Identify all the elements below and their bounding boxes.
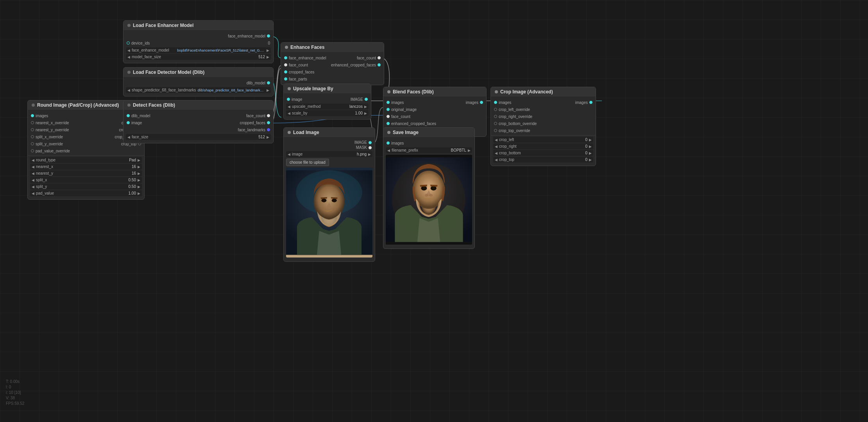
crop-right-arrow-left[interactable]: ◀	[495, 145, 498, 148]
input-dlib-model-port[interactable]	[127, 114, 130, 117]
input-blend-original-image-port[interactable]	[387, 108, 390, 111]
crop-left-arrow-left[interactable]: ◀	[495, 138, 498, 142]
filename-prefix-arrow-left[interactable]: ◀	[387, 148, 390, 152]
field-arrow-left[interactable]: ◀	[127, 48, 130, 52]
image-file-arrow-left[interactable]: ◀	[288, 152, 290, 156]
split-x-arrow-left[interactable]: ◀	[32, 178, 34, 182]
output-upscale-image-port[interactable]	[365, 98, 368, 101]
node-status-dot5	[285, 46, 288, 49]
scale-by-field[interactable]: ◀ scale_by 1.00 ▶	[286, 110, 369, 116]
crop-left-field-value: 0	[585, 138, 587, 142]
nearest-y-field[interactable]: ◀ nearest_y 16 ▶	[30, 170, 142, 176]
input-nearest-y-port[interactable]	[31, 128, 34, 131]
input-crop-right-override-port[interactable]	[494, 115, 497, 118]
output-image-MASK-port[interactable]	[369, 146, 372, 149]
choose-file-button[interactable]: choose file to upload	[286, 159, 329, 166]
input-image-label: image	[131, 121, 142, 125]
input-save-images-port[interactable]	[387, 141, 390, 145]
shape-predictor-arrow-right[interactable]: ▶	[267, 88, 269, 92]
split-y-arrow-left[interactable]: ◀	[32, 185, 34, 189]
load-image-outputs-row: IMAGE MASK	[284, 139, 375, 150]
output-blend-images-port[interactable]	[480, 101, 483, 104]
nearest-x-field[interactable]: ◀ nearest_x 16 ▶	[30, 164, 142, 170]
input-split-y-port[interactable]	[31, 142, 34, 145]
crop-bottom-arrow-left[interactable]: ◀	[495, 151, 498, 155]
crop-top-arrow-right[interactable]: ▶	[589, 158, 592, 162]
pad-value-arrow-left[interactable]: ◀	[32, 191, 34, 195]
round-type-field[interactable]: ◀ round_type Pad ▶	[30, 157, 142, 163]
model-face-size-arrow-left[interactable]: ◀	[127, 55, 130, 59]
split-y-field[interactable]: ◀ split_y 0.50 ▶	[30, 184, 142, 190]
round-type-arrow-left[interactable]: ◀	[32, 158, 34, 162]
input-face-count-port[interactable]	[284, 63, 287, 66]
crop-left-field[interactable]: ◀ crop_left 0 ▶	[493, 137, 593, 143]
upscale-method-arrow-right[interactable]: ▶	[364, 105, 367, 109]
input-upscale-image-port[interactable]	[287, 98, 290, 101]
shape-predictor-arrow-left[interactable]: ◀	[127, 88, 130, 92]
upscale-method-arrow-left[interactable]: ◀	[288, 105, 290, 109]
split-x-arrow-right[interactable]: ▶	[138, 178, 140, 182]
shape-predictor-field[interactable]: ◀ shape_predictor_68_face_landmarks dlib…	[126, 87, 271, 93]
input-crop-bottom-override-port[interactable]	[494, 122, 497, 125]
input-face-parts: face_parts	[284, 77, 307, 81]
pad-value-field[interactable]: ◀ pad_value 1.00 ▶	[30, 190, 142, 196]
input-crop-left-override-label: crop_left_override	[499, 107, 530, 112]
crop-right-field[interactable]: ◀ crop_right 0 ▶	[493, 143, 593, 149]
face-size-field[interactable]: ◀ face_size 512 ▶	[126, 134, 271, 140]
image-file-arrow-right[interactable]: ▶	[368, 152, 371, 156]
nearest-x-arrow-left[interactable]: ◀	[32, 165, 34, 169]
input-crop-left-override-port[interactable]	[494, 108, 497, 111]
field-arrow-right[interactable]: ▶	[267, 48, 269, 52]
output-face-enhance-model-port[interactable]	[267, 34, 270, 38]
input-face-enhance-model-port[interactable]	[284, 56, 287, 59]
nearest-y-arrow-right[interactable]: ▶	[138, 172, 140, 175]
round-type-arrow-right[interactable]: ▶	[138, 158, 140, 162]
input-split-x-port[interactable]	[31, 135, 34, 138]
upscale-method-field[interactable]: ◀ upscale_method lanczos ▶	[286, 104, 369, 109]
output-enhanced-cropped-faces-port[interactable]	[378, 63, 381, 66]
pad-value-arrow-right[interactable]: ▶	[138, 191, 140, 195]
model-face-size-arrow-right[interactable]: ▶	[267, 55, 269, 59]
scale-by-arrow-right[interactable]: ▶	[364, 111, 367, 115]
input-images-port[interactable]	[31, 114, 34, 117]
input-nearest-x-port[interactable]	[31, 121, 34, 124]
input-pad-value-port[interactable]	[31, 149, 34, 152]
crop-bottom-arrow-right[interactable]: ▶	[589, 151, 592, 155]
crop-left-field-name: crop_left	[499, 138, 583, 142]
nearest-x-arrow-right[interactable]: ▶	[138, 165, 140, 169]
input-face-parts-port[interactable]	[284, 77, 287, 80]
crop-top-arrow-left[interactable]: ◀	[495, 158, 498, 162]
image-file-field[interactable]: ◀ image h.png ▶	[286, 151, 372, 157]
scale-by-arrow-left[interactable]: ◀	[288, 111, 290, 115]
output-face-landmarks-port[interactable]	[267, 128, 270, 131]
crop-bottom-field[interactable]: ◀ crop_bottom 0 ▶	[493, 150, 593, 156]
input-images-label: images	[36, 114, 48, 118]
input-image-port[interactable]	[127, 121, 130, 124]
output-face-count-ef-port[interactable]	[378, 56, 381, 59]
crop-left-arrow-right[interactable]: ▶	[589, 138, 592, 142]
filename-prefix-field[interactable]: ◀ filename_prefix BOPBTL ▶	[386, 147, 472, 153]
input-device-ids-row: device_ids 0	[123, 39, 273, 46]
output-crop-images-port[interactable]	[589, 101, 592, 104]
nearest-y-arrow-left[interactable]: ◀	[32, 172, 34, 175]
split-x-field[interactable]: ◀ split_x 0.50 ▶	[30, 177, 142, 183]
crop-right-arrow-right[interactable]: ▶	[589, 145, 592, 148]
input-crop-images-port[interactable]	[494, 101, 497, 104]
input-crop-top-override-port[interactable]	[494, 129, 497, 132]
input-device-ids-port[interactable]	[127, 41, 130, 45]
output-face-count-port[interactable]	[267, 114, 270, 117]
input-blend-enhanced-faces-port[interactable]	[387, 122, 390, 125]
crop-top-field[interactable]: ◀ crop_top 0 ▶	[493, 157, 593, 163]
input-blend-face-count-port[interactable]	[387, 115, 390, 118]
face-size-arrow-right[interactable]: ▶	[267, 135, 269, 139]
face-enhance-model-field[interactable]: ◀ face_enhance_model bopbtl\FaceEnhancem…	[126, 47, 271, 53]
input-cropped-faces-port[interactable]	[284, 70, 287, 73]
filename-prefix-arrow-right[interactable]: ▶	[468, 148, 471, 152]
input-blend-images-port[interactable]	[387, 101, 390, 104]
output-dlib-model-port[interactable]	[267, 81, 270, 84]
model-face-size-field[interactable]: ◀ model_face_size 512 ▶	[126, 54, 271, 60]
output-cropped-faces-port[interactable]	[267, 121, 270, 124]
output-image-IMAGE-port[interactable]	[369, 141, 372, 144]
face-size-arrow-left[interactable]: ◀	[127, 135, 130, 139]
split-y-arrow-right[interactable]: ▶	[138, 185, 140, 189]
